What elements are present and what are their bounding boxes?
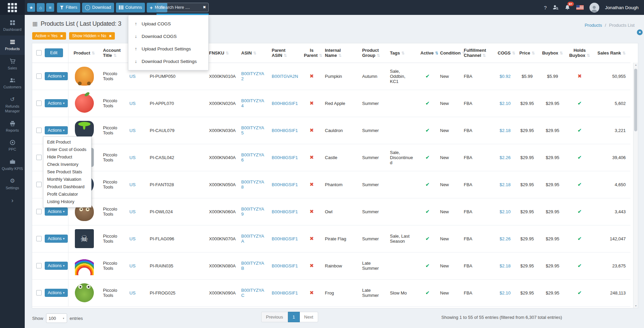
sidebar-item-ppc[interactable]: PPC (0, 136, 25, 155)
sort-icon[interactable]: ⇅ (482, 53, 486, 58)
column-header-sales_rank[interactable]: Sales Rank⇅ (593, 43, 630, 63)
sort-icon[interactable]: ⇅ (622, 51, 626, 56)
sidebar-item-sales[interactable]: Sales (0, 55, 25, 74)
page-1-button[interactable]: 1 (288, 312, 300, 322)
marketplace-link[interactable]: US (129, 182, 136, 187)
asin-link[interactable]: B00ITYZYA2 (241, 71, 264, 81)
row-actions-button[interactable]: Actions▾ (45, 99, 68, 107)
vertical-scrollbar[interactable]: ▲ ▼ (633, 63, 638, 308)
row-actions-button[interactable]: Actions▾ (45, 207, 68, 216)
parent-asin-link[interactable]: B00H8GSIF1 (272, 290, 298, 296)
menu-item-upload-product-settings[interactable]: ↑Upload Product Settings (128, 43, 208, 55)
parent-asin-link[interactable]: B00H8GSIF1 (272, 209, 298, 214)
next-page-button[interactable]: Next (300, 312, 318, 322)
product-image-apple[interactable] (75, 94, 94, 113)
sidebar-item-products[interactable]: Products (0, 36, 25, 55)
menu-item-check-inventory[interactable]: Check Inventory (43, 161, 91, 168)
column-header-holds_buybox[interactable]: Holds Buybox⇅ (566, 43, 593, 63)
sidebar-item-refunds-manager[interactable]: ↺Refunds Manager (0, 93, 25, 117)
sidebar-item-quality-kpis[interactable]: Quality KPIS (0, 155, 25, 175)
parent-asin-link[interactable]: B00H8GSIF1 (272, 236, 298, 241)
us-flag-icon[interactable] (576, 5, 584, 10)
asin-link[interactable]: B00ITYZYAB (241, 261, 264, 271)
product-image-carriage[interactable] (75, 67, 94, 86)
marketplace-link[interactable]: US (129, 74, 136, 79)
sort-icon[interactable]: ⇅ (113, 53, 117, 58)
sort-icon[interactable]: ⇅ (512, 51, 515, 56)
menu-item-upload-cogs[interactable]: ↑Upload COGS (128, 18, 208, 30)
parent-asin-link[interactable]: B00H8GSIF1 (272, 182, 298, 187)
breadcrumb-products[interactable]: Products (585, 23, 602, 28)
row-checkbox[interactable] (36, 182, 42, 187)
row-actions-button[interactable]: Actions▾ (45, 262, 68, 270)
marketplace-link[interactable]: US (129, 101, 136, 106)
notifications-bell-icon[interactable]: 9+ (564, 4, 570, 10)
sort-icon[interactable]: ⇅ (253, 51, 256, 56)
column-header-price[interactable]: Price⇅ (515, 43, 539, 63)
menu-item-enter-cost-of-goods[interactable]: Enter Cost of Goods (43, 146, 91, 153)
search-input[interactable] (157, 3, 209, 12)
sidebar-item-dashboard[interactable]: Dashboard (0, 16, 25, 36)
column-header-internal_name[interactable]: Internal Name⇅ (322, 43, 359, 63)
asin-link[interactable]: B00ITYZYA6 (241, 152, 264, 162)
row-checkbox[interactable] (36, 290, 42, 296)
cogs-link[interactable]: $2.10 (500, 101, 511, 106)
column-header-asin[interactable]: ASIN⇅ (238, 43, 269, 63)
scroll-down-icon[interactable]: ▼ (633, 305, 638, 307)
row-actions-button[interactable]: Actions▾ (45, 72, 68, 80)
scrollbar-thumb[interactable] (634, 69, 637, 131)
chip-remove-icon[interactable]: ✖ (109, 34, 112, 38)
asin-link[interactable]: B00ITYZYA8 (241, 179, 264, 190)
cogs-link[interactable]: $0.92 (500, 74, 511, 79)
column-header-fulfillment_channel[interactable]: Fulfillment Channel⇅ (461, 43, 495, 63)
user-name[interactable]: Jonathan Dough (605, 5, 639, 10)
menu-item-profit-calculator[interactable]: Profit Calculator (43, 191, 91, 198)
sort-icon[interactable]: ⇅ (401, 51, 404, 56)
row-checkbox[interactable] (36, 101, 42, 106)
marketplace-link[interactable]: US (129, 263, 136, 268)
cogs-link[interactable]: $2.18 (500, 182, 511, 187)
filters-button[interactable]: Filters (57, 3, 80, 13)
breadcrumb-products-list[interactable]: Products List (609, 23, 635, 28)
asin-link[interactable]: B00ITYZYA4 (241, 98, 264, 108)
scroll-up-icon[interactable]: ▲ (633, 64, 638, 66)
row-checkbox[interactable] (36, 263, 42, 268)
sort-icon[interactable]: ⇅ (377, 53, 380, 58)
cogs-link[interactable]: $2.18 (500, 263, 511, 268)
select-all-checkbox[interactable] (36, 50, 42, 56)
app-logo[interactable] (0, 0, 25, 15)
menu-item-download-product-settings[interactable]: ↓Download Product Settings (128, 55, 208, 68)
sidebar-item-customers[interactable]: Customers (0, 74, 25, 93)
row-checkbox[interactable] (36, 128, 42, 133)
row-actions-button[interactable]: Actions▾ (45, 289, 68, 297)
columns-button[interactable]: Columns (116, 3, 145, 13)
marketplace-link[interactable]: US (129, 236, 136, 241)
cogs-link[interactable]: $2.10 (500, 290, 511, 296)
marketplace-link[interactable]: US (129, 128, 136, 133)
asin-link[interactable]: B00ITYZYAC (241, 288, 264, 298)
user-search-icon[interactable] (553, 4, 559, 10)
asin-link[interactable]: B00ITYZYA5 (241, 125, 264, 135)
parent-asin-link[interactable]: B00ITGVA2N (272, 74, 298, 79)
panel-options-button[interactable]: ✖ (637, 29, 643, 35)
column-header-cogs[interactable]: COGS⇅ (495, 43, 515, 63)
parent-asin-link[interactable]: B00H8GSIF1 (272, 128, 298, 133)
column-header-active[interactable]: Active⇅ (418, 43, 437, 63)
menu-item-edit-product[interactable]: Edit Product (43, 138, 91, 146)
column-header-buybox[interactable]: Buybox⇅ (539, 43, 566, 63)
sort-icon[interactable]: ⇅ (587, 53, 590, 58)
asin-link[interactable]: B00ITYZYA9 (241, 206, 264, 217)
edit-button[interactable]: Edit (45, 48, 63, 57)
search-clear-icon[interactable]: ✖ (203, 5, 206, 9)
sort-icon[interactable]: ⇅ (284, 53, 287, 58)
column-header-condition[interactable]: Condition⇅ (437, 43, 461, 63)
sort-icon[interactable]: ⇅ (226, 51, 229, 56)
menu-item-see-product-stats[interactable]: See Product Stats (43, 168, 91, 176)
product-image-frog[interactable] (75, 283, 94, 302)
sort-icon[interactable]: ⇅ (532, 51, 535, 56)
sort-icon[interactable]: ⇅ (338, 53, 341, 58)
chip-remove-icon[interactable]: ✖ (60, 34, 63, 38)
page-size-select[interactable]: 100 ▾ (46, 313, 67, 323)
cogs-link[interactable]: $2.26 (500, 155, 511, 160)
home-button[interactable]: ⌂ (37, 3, 45, 12)
